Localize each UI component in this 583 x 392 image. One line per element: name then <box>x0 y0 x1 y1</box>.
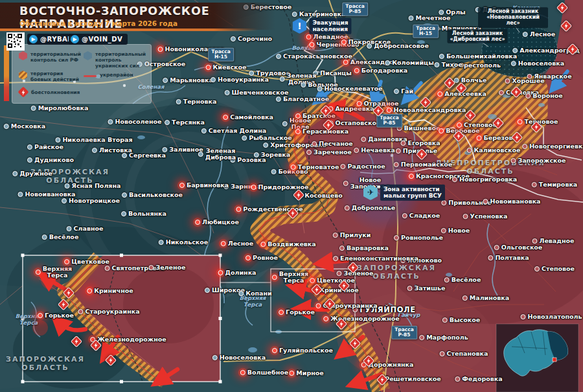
city-label: Федоровка <box>455 376 502 382</box>
city-label: Райское <box>27 144 63 150</box>
city-label: Новоукраинка <box>211 76 269 83</box>
telegram-icon: ▶ <box>71 35 79 43</box>
city-pin-icon <box>510 158 516 163</box>
city-pin-icon <box>522 144 527 149</box>
city-label: Киевское <box>206 64 247 71</box>
city-label: Писанцы <box>313 70 352 76</box>
city-pin-icon <box>488 255 493 260</box>
city-label: Первомайское <box>394 161 453 168</box>
city-label: Горькое <box>38 312 74 319</box>
city-pin-icon <box>323 316 328 321</box>
city-pin-icon <box>87 288 92 294</box>
legend-item-combat-zone: территория боевых действий <box>19 71 79 82</box>
clash-icon <box>293 189 304 201</box>
city-pin-icon <box>221 241 226 246</box>
map-canvas: БерестовоеКатериновкаСорочиноНовониколае… <box>0 0 583 392</box>
city-pin-icon <box>387 108 392 113</box>
city-label: Марфополь <box>419 334 468 341</box>
city-pin-icon <box>518 119 523 124</box>
city-pin-icon <box>357 101 362 106</box>
city-label: Прилуки <box>333 232 371 238</box>
city-pin-icon <box>306 150 312 155</box>
clash-icon <box>311 284 323 295</box>
clash-diamond-icon <box>18 87 29 98</box>
city-pin-icon <box>12 171 17 176</box>
city-pin-icon <box>276 54 281 59</box>
city-pin-icon <box>512 48 518 53</box>
city-pin-icon <box>310 278 315 283</box>
city-label: Новогригоровка <box>452 176 517 183</box>
city-label: Полтавка <box>488 255 529 261</box>
city-label: Зеленая Диброва <box>198 148 236 161</box>
city-pin-icon <box>291 165 296 170</box>
qr-code <box>6 32 25 51</box>
city-pin-icon <box>345 205 350 211</box>
city-label: Катериновка <box>292 11 346 17</box>
city-pin-icon <box>249 71 254 76</box>
combat-zone-hex-icon <box>19 71 27 80</box>
city-label: Лесное <box>523 31 556 38</box>
city-pin-icon <box>292 12 297 17</box>
channel-handle: @VOIN_DV <box>82 36 122 43</box>
city-pin-icon <box>176 99 181 104</box>
city-label: Вишневое <box>397 125 440 132</box>
telegram-badge-voin-dv[interactable]: ▶ @VOIN_DV <box>69 34 128 45</box>
city-pin-icon <box>78 309 83 314</box>
city-pin-icon <box>236 207 241 212</box>
map-legend: территориальный контроль сил РФ территор… <box>12 44 152 104</box>
city-label: Волшебное <box>240 369 288 376</box>
city-label: Московка <box>4 123 45 130</box>
city-pin-icon <box>205 288 210 293</box>
city-label: Вороное <box>525 93 563 99</box>
city-label: Егоровка <box>400 140 440 146</box>
city-label: Гай <box>394 88 413 95</box>
city-pin-icon <box>201 128 207 133</box>
city-label: Васильковское <box>122 192 183 198</box>
page-subtitle: Обстановка к исходу 7 марта 2026 года <box>19 19 177 27</box>
city-pin-icon <box>159 240 164 245</box>
city-pin-icon <box>440 351 445 356</box>
city-label: Дудниково <box>27 157 74 163</box>
fortified-line-icon <box>84 75 97 77</box>
city-pin-icon <box>361 137 366 142</box>
city-label: Миролюбовка <box>31 105 89 111</box>
city-label: Копани <box>238 290 272 297</box>
city-pin-icon <box>385 60 390 65</box>
legend-item-fortified: укрепрайон <box>84 72 133 78</box>
city-label: Новозлатополь <box>521 314 582 320</box>
clash-icon <box>556 2 568 14</box>
city-label: Староукраинка <box>78 308 139 315</box>
city-pin-icon <box>31 106 36 111</box>
city-label: Радостное <box>340 163 385 170</box>
city-pin-icon <box>42 235 47 240</box>
city-label: Мечетное <box>409 15 451 21</box>
clash-icon <box>349 338 361 349</box>
city-label: Левадное <box>532 238 575 244</box>
city-pin-icon <box>223 115 228 120</box>
city-label: Новоалександровка <box>387 107 466 113</box>
city-pin-icon <box>206 65 211 70</box>
city-label: Ольговское <box>494 244 543 251</box>
city-pin-icon <box>394 235 399 240</box>
city-label: Криничное <box>87 288 133 294</box>
road-badge: Трасса Р-85 <box>376 114 402 128</box>
city-pin-icon <box>295 113 301 119</box>
city-pin-icon <box>409 16 414 21</box>
city-pin-icon <box>521 314 526 319</box>
city-label: Горькое <box>279 309 315 316</box>
city-label: Малиновка <box>463 295 509 301</box>
city-pin-icon <box>148 265 154 270</box>
city-label: Ясная Поляна <box>65 183 121 189</box>
city-pin-icon <box>279 310 284 315</box>
city-pin-icon <box>271 169 277 174</box>
city-pin-icon <box>452 177 457 182</box>
city-pin-icon <box>394 89 399 94</box>
city-label: Сергеевка <box>122 152 166 159</box>
city-label: Марьяновка <box>163 77 213 84</box>
city-label: Новоивановка <box>483 198 540 205</box>
city-pin-icon <box>333 256 338 261</box>
city-pin-icon <box>354 68 360 73</box>
city-label: Песчаное <box>312 141 353 147</box>
city-label: Сорочино <box>231 36 272 42</box>
rf-control-hex-icon <box>19 51 27 60</box>
